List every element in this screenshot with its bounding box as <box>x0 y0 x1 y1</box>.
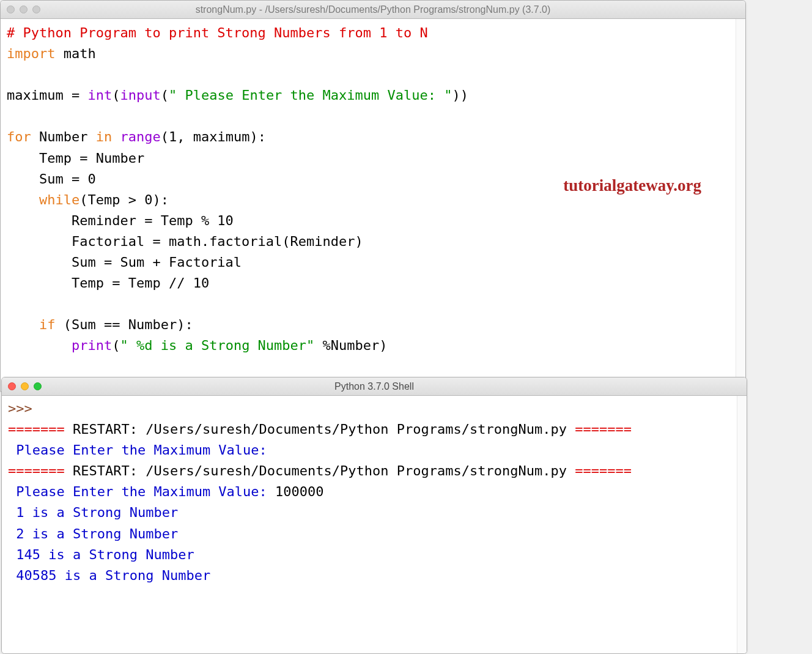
code-text: Number <box>31 129 96 144</box>
code-keyword-while: while <box>39 192 79 207</box>
editor-titlebar[interactable]: strongNum.py - /Users/suresh/Documents/P… <box>1 1 745 19</box>
editor-title: strongNum.py - /Users/suresh/Documents/P… <box>1 4 745 15</box>
shell-traffic-lights <box>8 382 42 390</box>
close-button[interactable] <box>7 6 15 13</box>
code-text <box>7 338 72 353</box>
shell-restart-sep: ======= <box>575 422 632 437</box>
code-keyword-in: in <box>96 129 113 144</box>
minimize-button[interactable] <box>20 6 28 13</box>
code-builtin-int: int <box>87 87 112 103</box>
zoom-button[interactable] <box>32 6 40 13</box>
editor-traffic-lights <box>7 6 40 13</box>
shell-output-line: 145 is a Strong Number <box>8 547 194 562</box>
shell-prompt: >>> <box>8 401 40 416</box>
code-text: ( <box>112 338 120 353</box>
code-builtin-input: input <box>120 87 160 103</box>
shell-output-line: 2 is a Strong Number <box>8 526 178 541</box>
code-string: " %d is a Strong Number" <box>120 338 314 353</box>
code-editor[interactable]: # Python Program to print Strong Numbers… <box>1 19 745 391</box>
zoom-button[interactable] <box>34 382 42 390</box>
shell-title: Python 3.7.0 Shell <box>2 381 747 392</box>
code-text: Sum = 0 <box>7 171 96 187</box>
shell-output-line: 40585 is a Strong Number <box>8 568 210 583</box>
shell-restart-sep: ======= <box>575 463 632 478</box>
code-builtin-print: print <box>72 338 112 353</box>
code-text: maximum = <box>7 87 87 103</box>
code-text: Reminder = Temp % 10 <box>7 213 234 228</box>
code-text: Temp = Number <box>7 150 144 166</box>
shell-restart-sep: ======= <box>8 463 65 478</box>
code-text <box>7 192 39 207</box>
code-text: (Temp > 0): <box>79 192 169 207</box>
shell-restart-path: RESTART: /Users/suresh/Documents/Python … <box>65 463 575 478</box>
code-keyword-import: import <box>7 46 55 61</box>
code-string: " Please Enter the Maximum Value: " <box>169 87 452 103</box>
code-text: math <box>55 46 95 61</box>
shell-window: Python 3.7.0 Shell >>> ======= RESTART: … <box>1 377 747 654</box>
editor-window: strongNum.py - /Users/suresh/Documents/P… <box>0 0 746 392</box>
code-text: ( <box>161 87 169 103</box>
code-text: ( <box>112 87 120 103</box>
shell-restart-path: RESTART: /Users/suresh/Documents/Python … <box>65 422 575 437</box>
shell-user-input: 100000 <box>275 484 323 499</box>
code-text: (1, maximum): <box>161 129 266 144</box>
code-text: Factorial = math.factorial(Reminder) <box>7 234 363 249</box>
code-text: Temp = Temp // 10 <box>7 275 209 291</box>
code-text: %Number) <box>314 338 387 353</box>
code-comment: # Python Program to print Strong Numbers… <box>7 25 428 40</box>
shell-restart-sep: ======= <box>8 422 65 437</box>
code-text: )) <box>452 87 469 103</box>
shell-output[interactable]: >>> ======= RESTART: /Users/suresh/Docum… <box>2 396 747 653</box>
shell-titlebar[interactable]: Python 3.7.0 Shell <box>2 377 747 396</box>
close-button[interactable] <box>8 382 16 390</box>
code-text <box>7 317 39 332</box>
code-text <box>112 129 120 144</box>
minimize-button[interactable] <box>21 382 29 390</box>
code-keyword-for: for <box>7 129 31 144</box>
watermark: tutorialgateway.org <box>563 173 701 199</box>
shell-input-prompt: Please Enter the Maximum Value: <box>8 484 275 499</box>
shell-input-prompt: Please Enter the Maximum Value: <box>8 442 275 458</box>
code-keyword-if: if <box>39 317 56 332</box>
code-builtin-range: range <box>120 129 160 144</box>
code-text: Sum = Sum + Factorial <box>7 255 242 270</box>
editor-scrollbar[interactable] <box>736 19 745 391</box>
code-text: (Sum == Number): <box>55 317 193 332</box>
shell-output-line: 1 is a Strong Number <box>8 505 178 520</box>
shell-scrollbar[interactable] <box>737 396 747 653</box>
